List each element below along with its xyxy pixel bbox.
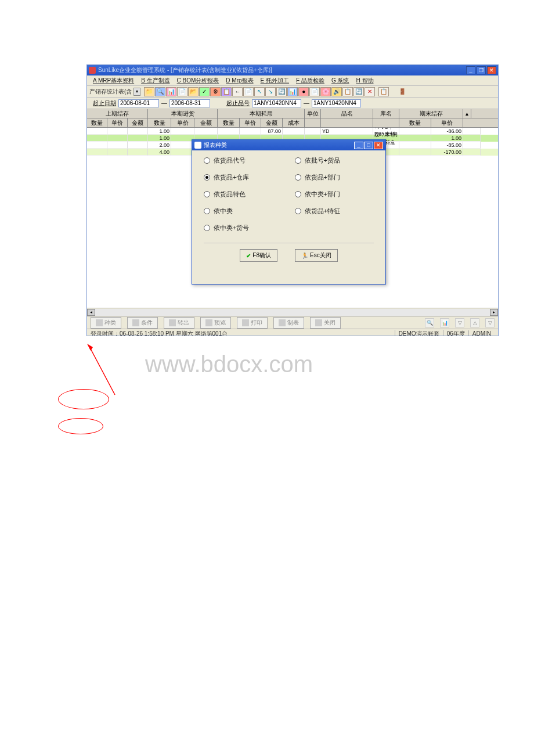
menu-bom[interactable]: C BOM分析报表: [174, 75, 223, 86]
dialog-icon: [194, 142, 201, 149]
tb-icon-9[interactable]: ←: [232, 87, 243, 96]
prod-from-input[interactable]: [252, 99, 301, 107]
tb-icon-1[interactable]: 📁: [144, 87, 154, 96]
radio-option[interactable]: 依中类+部门: [295, 190, 374, 199]
radio-label: 依货品+仓库: [214, 173, 249, 182]
hdr-use: 本期耗用: [218, 109, 305, 118]
ok-button[interactable]: ✔F8确认: [240, 249, 277, 262]
tb-icon-10[interactable]: 📄: [243, 87, 254, 96]
btb-export[interactable]: 转出: [164, 317, 194, 329]
radio-option[interactable]: 依中类: [204, 207, 283, 215]
table-cell: [128, 149, 148, 156]
date-to-input[interactable]: [169, 99, 210, 107]
btb-down2-icon[interactable]: ▽: [485, 318, 495, 327]
table-cell: [399, 128, 431, 135]
tb-icon-13[interactable]: 🔄: [276, 87, 287, 96]
dialog-maximize[interactable]: □: [364, 142, 373, 149]
dialog-minimize[interactable]: _: [354, 142, 363, 149]
tb-icon-3[interactable]: 📊: [166, 87, 176, 96]
menu-quality[interactable]: F 品质检验: [293, 75, 328, 86]
h2-qty4: 数量: [399, 118, 431, 127]
tb-icon-15[interactable]: ●: [298, 87, 309, 96]
menu-system[interactable]: G 系统: [328, 75, 353, 86]
scroll-left[interactable]: ◂: [87, 309, 95, 316]
radio-option[interactable]: 依中类+货号: [204, 224, 283, 232]
h2-wh: [373, 118, 399, 127]
table-cell: [283, 128, 305, 135]
table-row[interactable]: 1.0087.00YDNY黑+PVC平纹*7/8" 闸门材料盒-86.00: [87, 128, 498, 135]
tb-icon-20[interactable]: 🔄: [353, 87, 364, 96]
horizontal-scrollbar[interactable]: ◂ ▸: [87, 308, 498, 316]
menu-mrp-report[interactable]: D Mrp报表: [222, 75, 257, 86]
radio-option[interactable]: 依批号+货品: [295, 156, 374, 165]
btb-down-icon[interactable]: ▽: [455, 318, 464, 327]
tb-icon-11[interactable]: ↖: [254, 87, 265, 96]
tb-icon-2[interactable]: 🔍: [155, 87, 165, 96]
esc-close-button[interactable]: 🏃Esc关闭: [295, 249, 338, 262]
radio-label: 依中类: [214, 207, 233, 215]
tb-icon-5[interactable]: 📂: [188, 87, 199, 96]
tb-icon-17[interactable]: 🌸: [320, 87, 331, 96]
minimize-button[interactable]: _: [466, 66, 475, 74]
radio-option[interactable]: 依货品特色: [204, 190, 283, 199]
tb-icon-4[interactable]: 📄: [177, 87, 187, 96]
make-icon: [279, 319, 286, 326]
tb-icon-6[interactable]: ✓: [199, 87, 210, 96]
btb-cond[interactable]: 条件: [127, 317, 158, 329]
radio-circle-icon: [204, 225, 210, 231]
toolbar-label: 产销存统计表(含: [89, 88, 132, 96]
table-cell: [399, 149, 431, 156]
tb-icon-19[interactable]: 📋: [342, 87, 353, 96]
app-icon: [89, 67, 96, 74]
toolbar-dropdown[interactable]: ▾: [134, 88, 140, 96]
radio-option[interactable]: 依货品代号: [204, 156, 283, 165]
grid-body[interactable]: 1.0087.00YDNY黑+PVC平纹*7/8" 闸门材料盒-86.001.0…: [87, 128, 498, 308]
menu-outsource[interactable]: E 托外加工: [257, 75, 293, 86]
tb-icon-12[interactable]: ↘: [265, 87, 276, 96]
prod-to-input[interactable]: [312, 99, 361, 107]
radio-option[interactable]: 依货品+部门: [295, 173, 374, 182]
btb-make[interactable]: 制表: [273, 317, 304, 329]
tb-icon-14[interactable]: 📊: [287, 87, 298, 96]
table-cell: [87, 135, 107, 142]
dialog-close[interactable]: ✕: [374, 142, 383, 149]
close-icon: [315, 319, 322, 326]
radio-option[interactable]: 依货品+特征: [295, 207, 374, 215]
tb-icon-18[interactable]: 🔊: [331, 87, 342, 96]
check-icon: ✔: [246, 253, 251, 259]
status-login: 登录时间：06-08-26 1:58:10 PM 星期六 网络第001台: [91, 330, 228, 337]
tb-icon-8[interactable]: 📋: [221, 87, 232, 96]
table-cell: [463, 142, 481, 149]
tb-icon-22[interactable]: 📋: [378, 87, 389, 96]
tb-exit-icon[interactable]: 🚪: [397, 87, 407, 96]
menu-mrp[interactable]: A MRP基本资料: [89, 75, 138, 86]
statusbar: 登录时间：06-08-26 1:58:10 PM 星期六 网络第001台 DEM…: [87, 329, 498, 336]
table-cell: [87, 149, 107, 156]
menu-help[interactable]: H 帮助: [353, 75, 377, 86]
table-cell: [194, 128, 218, 135]
btb-preview[interactable]: 预览: [200, 317, 231, 329]
table-cell: [399, 142, 431, 149]
table-cell: [171, 142, 194, 149]
btb-up-icon[interactable]: △: [470, 318, 479, 327]
status-demo: DEMO演示账套: [395, 330, 443, 337]
tb-icon-21[interactable]: ✕: [365, 87, 375, 96]
btb-close[interactable]: 关闭: [310, 317, 341, 329]
btb-type[interactable]: 种类: [91, 317, 121, 329]
radio-option[interactable]: 依货品+仓库: [204, 173, 283, 182]
table-cell: [128, 142, 148, 149]
btb-search-icon[interactable]: 🔍: [425, 318, 434, 327]
close-button[interactable]: ✕: [487, 66, 496, 74]
scroll-right[interactable]: ▸: [490, 309, 498, 316]
menu-production[interactable]: B 生产制造: [138, 75, 173, 86]
btb-print[interactable]: 打印: [237, 317, 268, 329]
tb-icon-7[interactable]: ⚙: [210, 87, 221, 96]
scroll-track-h[interactable]: [95, 309, 490, 316]
table-cell: [240, 128, 261, 135]
toolbar: 产销存统计表(含 ▾ 📁 🔍 📊 📄 📂 ✓ ⚙ 📋 ← 📄 ↖ ↘ 🔄 📊 ●…: [87, 86, 498, 98]
btb-chart-icon[interactable]: 📊: [440, 318, 449, 327]
tb-icon-16[interactable]: 📄: [309, 87, 320, 96]
date-from-input[interactable]: [118, 99, 159, 107]
maximize-button[interactable]: ❐: [477, 66, 486, 74]
radio-circle-icon: [204, 191, 210, 197]
